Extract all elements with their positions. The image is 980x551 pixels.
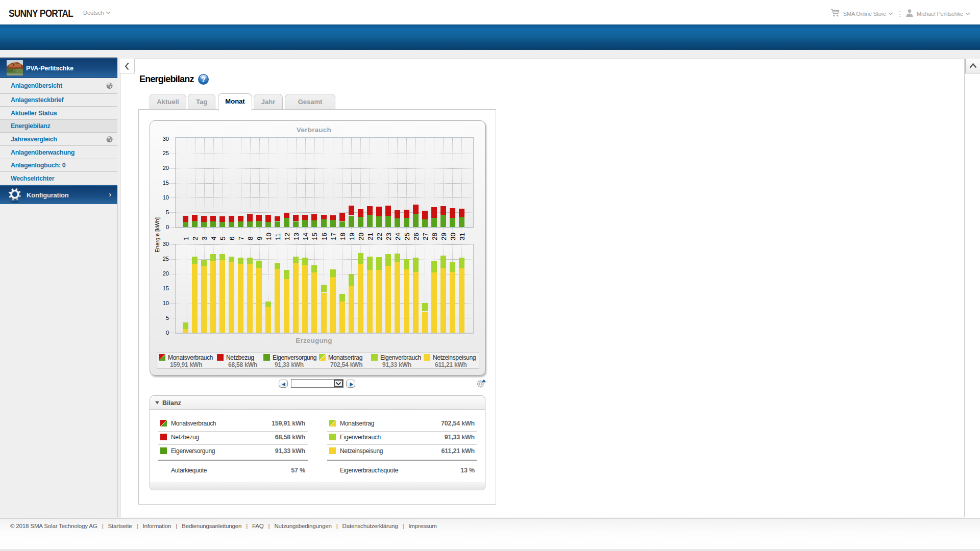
svg-text:?: ? bbox=[201, 76, 206, 84]
